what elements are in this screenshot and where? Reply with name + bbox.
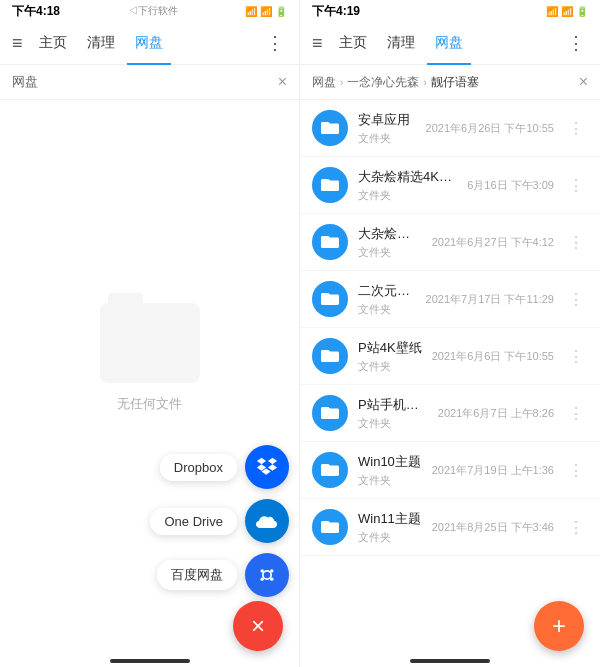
file-info: 大杂烩精选手机壁纸 文件夹 xyxy=(358,225,422,260)
file-type: 文件夹 xyxy=(358,302,416,317)
breadcrumb-close[interactable]: × xyxy=(579,73,588,91)
breadcrumb-arrow-2: › xyxy=(423,77,426,88)
file-item[interactable]: P站4K壁纸 文件夹 2021年6月6日 下午10:55 ⋮ xyxy=(300,328,600,385)
file-folder-icon xyxy=(312,110,348,146)
left-fab-close[interactable]: × xyxy=(233,601,283,651)
file-more-button[interactable]: ⋮ xyxy=(564,402,588,425)
left-status-bar: 下午4:18 ◁下行软件 📶 📶 🔋 xyxy=(0,0,299,22)
file-item[interactable]: 大杂烩精选4K壁纸 文件夹 6月16日 下午3:09 ⋮ xyxy=(300,157,600,214)
right-wifi-icon: 📶 xyxy=(561,6,573,17)
file-type: 文件夹 xyxy=(358,530,422,545)
cloud-item-dropbox[interactable]: Dropbox xyxy=(160,445,289,489)
empty-folder-illustration xyxy=(100,303,200,383)
file-date: 2021年6月26日 下午10:55 xyxy=(426,121,554,136)
right-nav-bar: ≡ 主页 清理 网盘 ⋮ xyxy=(300,22,600,65)
left-panel: 下午4:18 ◁下行软件 📶 📶 🔋 ≡ 主页 清理 网盘 ⋮ 网盘 × 无任何… xyxy=(0,0,300,667)
file-name: Win10主题 xyxy=(358,453,422,471)
right-menu-icon[interactable]: ≡ xyxy=(312,33,323,54)
file-item[interactable]: Win11主题 文件夹 2021年8月25日 下午3:46 ⋮ xyxy=(300,499,600,556)
svg-point-3 xyxy=(260,577,263,580)
breadcrumb-level1[interactable]: 一念净心先森 xyxy=(347,74,419,91)
file-item[interactable]: 安卓应用 文件夹 2021年6月26日 下午10:55 ⋮ xyxy=(300,100,600,157)
right-time: 下午4:19 xyxy=(312,3,360,20)
right-nav-cloud[interactable]: 网盘 xyxy=(427,30,471,56)
file-date: 2021年7月19日 上午1:36 xyxy=(432,463,554,478)
right-battery-icon: 🔋 xyxy=(576,6,588,17)
file-item[interactable]: 大杂烩精选手机壁纸 文件夹 2021年6月27日 下午4:12 ⋮ xyxy=(300,214,600,271)
file-list: 安卓应用 文件夹 2021年6月26日 下午10:55 ⋮ 大杂烩精选4K壁纸 … xyxy=(300,100,600,655)
file-info: 二次元动漫壁纸 文件夹 xyxy=(358,282,416,317)
left-nav-bar: ≡ 主页 清理 网盘 ⋮ xyxy=(0,22,299,65)
file-more-button[interactable]: ⋮ xyxy=(564,288,588,311)
file-date: 2021年7月17日 下午11:29 xyxy=(426,292,554,307)
left-status-icons: 📶 📶 🔋 xyxy=(245,6,287,17)
right-fab-add[interactable]: + xyxy=(534,601,584,651)
file-type: 文件夹 xyxy=(358,473,422,488)
file-info: Win11主题 文件夹 xyxy=(358,510,422,545)
breadcrumb-root[interactable]: 网盘 xyxy=(312,74,336,91)
file-info: P站手机壁纸 文件夹 xyxy=(358,396,428,431)
file-more-button[interactable]: ⋮ xyxy=(564,345,588,368)
file-more-button[interactable]: ⋮ xyxy=(564,516,588,539)
file-folder-icon xyxy=(312,395,348,431)
file-folder-icon xyxy=(312,338,348,374)
file-name: 安卓应用 xyxy=(358,111,416,129)
left-menu-icon[interactable]: ≡ xyxy=(12,33,23,54)
dropbox-label: Dropbox xyxy=(160,454,237,481)
left-nav-home[interactable]: 主页 xyxy=(31,30,75,56)
svg-point-1 xyxy=(260,569,263,572)
cloud-item-onedrive[interactable]: One Drive xyxy=(150,499,289,543)
onedrive-icon xyxy=(256,513,278,529)
file-more-button[interactable]: ⋮ xyxy=(564,459,588,482)
left-breadcrumb-text: 网盘 xyxy=(12,73,38,91)
svg-point-2 xyxy=(270,569,273,572)
right-nav-home[interactable]: 主页 xyxy=(331,30,375,56)
file-date: 2021年6月7日 上午8:26 xyxy=(438,406,554,421)
file-name: 大杂烩精选手机壁纸 xyxy=(358,225,422,243)
right-status-bar: 下午4:19 📶 📶 🔋 xyxy=(300,0,600,22)
dropbox-button[interactable] xyxy=(245,445,289,489)
file-more-button[interactable]: ⋮ xyxy=(564,117,588,140)
right-home-indicator xyxy=(300,655,600,667)
file-folder-icon xyxy=(312,281,348,317)
file-item[interactable]: Win10主题 文件夹 2021年7月19日 上午1:36 ⋮ xyxy=(300,442,600,499)
file-more-button[interactable]: ⋮ xyxy=(564,231,588,254)
file-info: 大杂烩精选4K壁纸 文件夹 xyxy=(358,168,457,203)
left-nav-more[interactable]: ⋮ xyxy=(263,32,287,54)
wifi-icon: 📶 xyxy=(260,6,272,17)
left-time: 下午4:18 xyxy=(12,3,60,20)
file-type: 文件夹 xyxy=(358,245,422,260)
left-nav-clean[interactable]: 清理 xyxy=(79,30,123,56)
right-nav-clean[interactable]: 清理 xyxy=(379,30,423,56)
right-signal-icon: 📶 xyxy=(546,6,558,17)
file-item[interactable]: 二次元动漫壁纸 文件夹 2021年7月17日 下午11:29 ⋮ xyxy=(300,271,600,328)
baidu-icon xyxy=(256,564,278,586)
file-date: 2021年6月27日 下午4:12 xyxy=(432,235,554,250)
file-name: P站手机壁纸 xyxy=(358,396,428,414)
breadcrumb-current[interactable]: 靓仔语塞 xyxy=(431,74,479,91)
left-nav-cloud[interactable]: 网盘 xyxy=(127,30,171,56)
file-more-button[interactable]: ⋮ xyxy=(564,174,588,197)
right-nav-more[interactable]: ⋮ xyxy=(564,32,588,54)
left-home-indicator xyxy=(0,655,299,667)
signal-icon: 📶 xyxy=(245,6,257,17)
onedrive-button[interactable] xyxy=(245,499,289,543)
file-date: 2021年6月6日 下午10:55 xyxy=(432,349,554,364)
right-status-icons: 📶 📶 🔋 xyxy=(546,6,588,17)
file-folder-icon xyxy=(312,452,348,488)
baidu-button[interactable] xyxy=(245,553,289,597)
file-name: P站4K壁纸 xyxy=(358,339,422,357)
file-folder-icon xyxy=(312,224,348,260)
file-info: Win10主题 文件夹 xyxy=(358,453,422,488)
right-home-bar xyxy=(410,659,490,663)
file-info: 安卓应用 文件夹 xyxy=(358,111,416,146)
onedrive-label: One Drive xyxy=(150,508,237,535)
left-breadcrumb-close[interactable]: × xyxy=(278,73,287,91)
cloud-item-baidu[interactable]: 百度网盘 xyxy=(157,553,289,597)
file-type: 文件夹 xyxy=(358,416,428,431)
file-folder-icon xyxy=(312,167,348,203)
file-name: 二次元动漫壁纸 xyxy=(358,282,416,300)
file-item[interactable]: P站手机壁纸 文件夹 2021年6月7日 上午8:26 ⋮ xyxy=(300,385,600,442)
left-status-subtitle: ◁下行软件 xyxy=(128,4,178,18)
breadcrumb-arrow-1: › xyxy=(340,77,343,88)
